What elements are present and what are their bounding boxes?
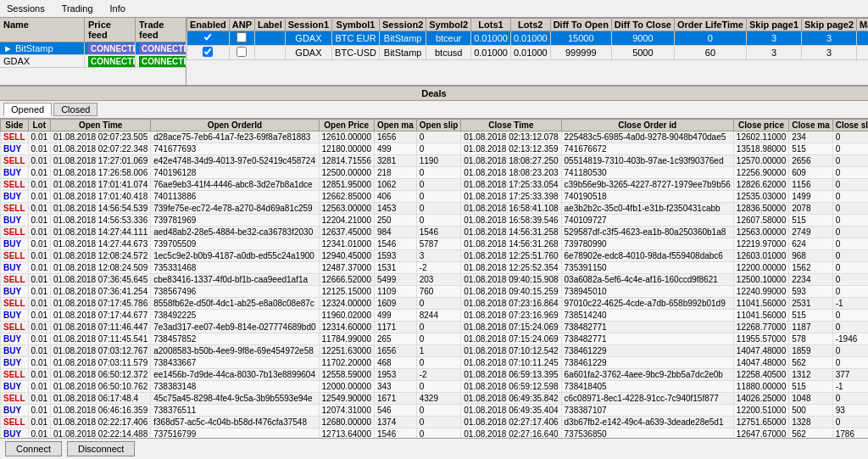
td-open-orderid: 76ae9eb3-41f4-4446-abc8-3d2e7b8a1dce xyxy=(151,179,319,191)
td-side: BUY xyxy=(1,215,29,227)
checkbox-anp-1[interactable] xyxy=(236,32,247,42)
checkbox-enabled-2[interactable] xyxy=(203,47,213,57)
deals-row-17[interactable]: BUY 0.01 01.08.2018 07:11:45.541 7384578… xyxy=(1,333,869,345)
td-close-orderid: d3b67fb2-e142-49c4-a639-3deade28e5d1 xyxy=(561,417,733,428)
td-side: BUY xyxy=(1,191,29,203)
deals-row-12[interactable]: SELL 0.01 01.08.2018 07:36:45.645 cbe834… xyxy=(1,274,869,286)
deals-row-21[interactable]: BUY 0.01 01.08.2018 06:50:10.762 7383831… xyxy=(1,381,869,393)
td-open-ma: 546 xyxy=(374,405,416,417)
td-close-orderid: 740190518 xyxy=(561,191,733,203)
td-open-orderid: 738492225 xyxy=(151,310,319,322)
td-open-time: 01.08.2018 06:17:48.4 xyxy=(51,393,151,405)
th-open-time: Open Time xyxy=(51,120,151,132)
deals-row-19[interactable]: BUY 0.01 01.08.2018 07:03:11.579 7384336… xyxy=(1,357,869,369)
deals-row-5[interactable]: BUY 0.01 01.08.2018 17:01:40.418 7401138… xyxy=(1,191,869,203)
deals-row-20[interactable]: SELL 0.01 01.08.2018 06:50:12.372 ee1456… xyxy=(1,369,869,381)
deals-row-14[interactable]: SELL 0.01 01.08.2018 07:17:45.786 8558fb… xyxy=(1,298,869,310)
td-open-slip: 5787 xyxy=(416,238,461,250)
deals-row-25[interactable]: BUY 0.01 01.08.2018 02:22:14.488 7375167… xyxy=(1,428,869,439)
tab-opened[interactable]: Opened xyxy=(3,103,52,116)
menu-sessions[interactable]: Sessions xyxy=(3,2,48,15)
deals-row-6[interactable]: SELL 0.01 01.08.2018 14:56:54.539 739fe7… xyxy=(1,203,869,215)
deals-row-24[interactable]: SELL 0.01 01.08.2018 02:22:17.406 f368d5… xyxy=(1,417,869,428)
td-session2-1: BitStamp xyxy=(379,31,426,46)
deals-row-8[interactable]: SELL 0.01 01.08.2018 14:27:44.111 aed48a… xyxy=(1,227,869,238)
menu-trading[interactable]: Trading xyxy=(58,2,97,15)
deals-row-4[interactable]: SELL 0.01 01.08.2018 17:01:41.074 76ae9e… xyxy=(1,179,869,191)
td-close-price: 12570.00000 xyxy=(733,155,788,167)
td-open-ma: 218 xyxy=(374,167,416,179)
trading-row-1[interactable]: GDAX BTC EUR BitStamp btceur 0.01000 0.0… xyxy=(187,31,869,46)
deals-row-1[interactable]: BUY 0.01 01.08.2018 02:07:22.348 7416776… xyxy=(1,143,869,155)
session-name-bitstamp: ► BitStamp xyxy=(0,42,85,54)
td-open-orderid: 739781969 xyxy=(151,215,319,227)
td-close-ma: 2749 xyxy=(789,227,832,238)
deals-row-9[interactable]: BUY 0.01 01.08.2018 14:27:44.673 7397055… xyxy=(1,238,869,250)
menu-info[interactable]: Info xyxy=(107,2,129,15)
deals-row-10[interactable]: SELL 0.01 01.08.2018 12:08:24.572 1ec5c9… xyxy=(1,250,869,262)
td-close-ma: 578 xyxy=(789,333,832,345)
td-lot: 0.01 xyxy=(28,262,50,274)
td-side: BUY xyxy=(1,286,29,298)
td-close-time: 01.08.2018 09:40:15.908 xyxy=(461,274,561,286)
th-skip1: Skip page1 xyxy=(746,19,801,31)
td-open-price: 12204.21000 xyxy=(319,215,374,227)
td-lot: 0.01 xyxy=(28,369,50,381)
deals-row-23[interactable]: BUY 0.01 01.08.2018 06:46:16.359 7383765… xyxy=(1,405,869,417)
td-close-ma: 609 xyxy=(789,167,832,179)
td-close-orderid: 737536850 xyxy=(561,428,733,439)
td-close-price: 11041.56000 xyxy=(733,298,788,310)
td-open-slip: 0 xyxy=(416,322,461,333)
td-close-orderid: 97010c22-4625-4cde-a7db-658b992b01d9 xyxy=(561,298,733,310)
disconnect-button[interactable]: Disconnect xyxy=(67,441,135,456)
td-open-time: 01.08.2018 17:01:41.074 xyxy=(51,179,151,191)
session-row-gdax[interactable]: GDAX CONNECTED CONNECTED xyxy=(0,55,186,68)
td-close-price: 12200.00000 xyxy=(733,262,788,274)
td-open-slip: 0 xyxy=(416,191,461,203)
deals-row-3[interactable]: BUY 0.01 01.08.2018 17:26:58.006 7401961… xyxy=(1,167,869,179)
td-side: BUY xyxy=(1,238,29,250)
session-row-bitstamp[interactable]: ► BitStamp CONNECTED CONNECTED xyxy=(0,42,186,55)
td-open-price: 12324.00000 xyxy=(319,298,374,310)
td-anp-2[interactable] xyxy=(229,46,254,60)
deals-row-7[interactable]: BUY 0.01 01.08.2018 14:56:53.336 7397819… xyxy=(1,215,869,227)
td-lifetime-1: 0 xyxy=(674,31,746,46)
connect-button[interactable]: Connect xyxy=(5,441,62,456)
td-anp-1[interactable] xyxy=(229,31,254,46)
td-enabled-2[interactable] xyxy=(187,46,230,60)
td-close-price: 13518.98000 xyxy=(733,143,788,155)
td-open-time: 01.08.2018 14:56:54.539 xyxy=(51,203,151,215)
td-close-time: 01.08.2018 02:13:12.078 xyxy=(461,132,561,143)
th-anp: ANP xyxy=(229,19,254,31)
deals-row-16[interactable]: SELL 0.01 01.08.2018 07:11:46.447 7e3ad3… xyxy=(1,322,869,333)
session-trade-bitstamp: CONNECTED xyxy=(136,42,186,54)
td-close-slip: 93 xyxy=(832,405,868,417)
td-close-slip: 0 xyxy=(832,215,868,227)
checkbox-enabled-1[interactable] xyxy=(203,32,213,42)
td-diffclose-2: 5000 xyxy=(611,46,674,60)
td-skip1-1: 3 xyxy=(746,31,801,46)
tab-closed[interactable]: Closed xyxy=(53,103,97,116)
deals-row-13[interactable]: BUY 0.01 01.08.2018 07:36:41.254 7385674… xyxy=(1,286,869,298)
deals-row-2[interactable]: SELL 0.01 01.08.2018 17:27:01.069 e42e47… xyxy=(1,155,869,167)
td-enabled-1[interactable] xyxy=(187,31,230,46)
td-close-ma: 624 xyxy=(789,238,832,250)
td-open-time: 01.08.2018 02:22:14.488 xyxy=(51,428,151,439)
td-close-price: 12836.50000 xyxy=(733,203,788,215)
deals-row-11[interactable]: BUY 0.01 01.08.2018 12:08:24.509 7353314… xyxy=(1,262,869,274)
th-lots2: Lots2 xyxy=(510,19,550,31)
bottom-bar: Connect Disconnect xyxy=(0,438,868,459)
td-open-price: 12180.00000 xyxy=(319,143,374,155)
td-close-orderid: 741180530 xyxy=(561,167,733,179)
deals-row-0[interactable]: SELL 0.01 01.08.2018 02:07:23.505 d28ace… xyxy=(1,132,869,143)
deals-row-22[interactable]: SELL 0.01 01.08.2018 06:17:48.4 45c75a45… xyxy=(1,393,869,405)
th-side: Side xyxy=(1,120,29,132)
td-side: SELL xyxy=(1,227,29,238)
trading-row-2[interactable]: GDAX BTC-USD BitStamp btcusd 0.01000 0.0… xyxy=(187,46,869,60)
deals-row-18[interactable]: BUY 0.01 01.08.2018 07:03:12.767 a200858… xyxy=(1,345,869,357)
deals-row-15[interactable]: BUY 0.01 01.08.2018 07:17:44.677 7384922… xyxy=(1,310,869,322)
td-close-time: 01.08.2018 06:59:13.395 xyxy=(461,369,561,381)
checkbox-anp-2[interactable] xyxy=(236,47,247,57)
td-close-slip: 0 xyxy=(832,262,868,274)
td-open-orderid: 45c75a45-8298-4fe4-9c5a-3b9b5593e94e xyxy=(151,393,319,405)
